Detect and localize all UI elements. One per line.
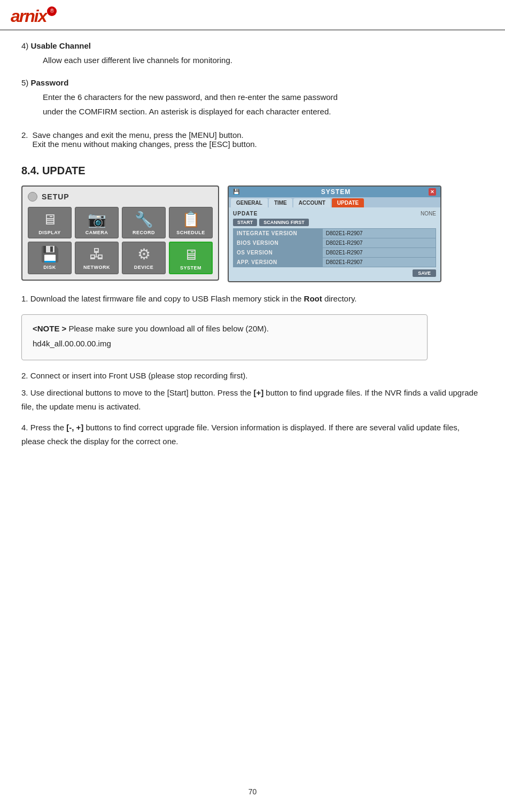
logo-text: arnix (11, 6, 46, 26)
setup-item-system[interactable]: 🖥SYSTEM (169, 242, 213, 274)
setup-item-network[interactable]: 🖧NETWORK (75, 242, 119, 274)
section-5-line2: under the COMFIRM section. An asterisk i… (43, 105, 484, 119)
section-5-num: 5) (21, 78, 28, 87)
setup-item-camera[interactable]: 📷CAMERA (75, 207, 119, 238)
setup-item-label-schedule: SCHEDULE (176, 230, 205, 235)
record-icon: 🔧 (135, 211, 153, 228)
step4-pre: 4. Press the (21, 423, 66, 432)
system-none-label: NONE (421, 211, 436, 216)
system-version-table: INTEGRATE VERSIOND802E1-R2907BIOS VERSIO… (233, 228, 436, 267)
step3-bold: [+] (253, 388, 263, 397)
setup-item-label-display: DISPLAY (38, 230, 61, 235)
system-tab-account[interactable]: ACCOUNT (293, 198, 331, 207)
setup-item-label-camera: CAMERA (86, 230, 108, 235)
setup-item-schedule[interactable]: 📋SCHEDULE (169, 207, 213, 238)
section-2-line2: Exit the menu without making changes, pr… (33, 140, 257, 149)
section-5-line1: Enter the 6 characters for the new passw… (43, 90, 484, 104)
step1-end: directory. (322, 294, 357, 303)
system-tabs: GENERALTIMEACCOUNTUPDATE (229, 197, 440, 207)
setup-item-record[interactable]: 🔧RECORD (122, 207, 166, 238)
section-5: 5) Password Enter the 6 characters for t… (21, 78, 484, 119)
version-label: OS VERSION (234, 248, 323, 257)
section-4-num: 4) (21, 41, 28, 50)
setup-menu-box: SETUP 🖥DISPLAY📷CAMERA🔧RECORD📋SCHEDULE💾DI… (21, 185, 219, 281)
section-4-text: Allow each user different live channels … (43, 53, 484, 67)
section-4-title: Usable Channel (28, 41, 91, 50)
section-5-body: Enter the 6 characters for the new passw… (21, 90, 484, 119)
version-label: BIOS VERSION (234, 238, 323, 248)
schedule-icon: 📋 (182, 211, 200, 228)
section-5-title: Password (28, 78, 68, 87)
table-row: BIOS VERSIOND802E1-R2907 (234, 238, 436, 248)
steps-text: 2. Connect or insert into Front USB (ple… (21, 369, 484, 448)
camera-icon: 📷 (88, 211, 106, 228)
setup-item-label-system: SYSTEM (180, 265, 201, 270)
system-icon: 🖥 (183, 246, 198, 264)
step3-pre: 3. Use directional buttons to move to th… (21, 388, 253, 397)
version-value: D802E1-R2907 (322, 228, 436, 238)
setup-item-disk[interactable]: 💾DISK (28, 242, 72, 274)
step3-text: 3. Use directional buttons to move to th… (21, 386, 484, 414)
setup-item-label-disk: DISK (43, 265, 56, 270)
display-icon: 🖥 (42, 211, 57, 228)
note-label: <NOTE > (33, 324, 66, 333)
system-titlebar: 💾 SYSTEM ✕ (229, 187, 440, 197)
system-scanning-btn[interactable]: SCANNING FIRST (259, 219, 309, 226)
table-row: APP. VERSIOND802E1-R2907 (234, 257, 436, 267)
page-content: 4) Usable Channel Allow each user differ… (0, 36, 505, 475)
step2-text: 2. Connect or insert into Front USB (ple… (21, 369, 484, 383)
network-icon: 🖧 (89, 245, 104, 263)
page-header: arnix® (0, 0, 505, 30)
section-2-body: Save changes and exit the menu, press th… (33, 130, 257, 149)
step4-post: buttons to find correct upgrade file. Ve… (21, 423, 460, 446)
section-4-body: Allow each user different live channels … (21, 53, 484, 67)
page-number: 70 (248, 787, 257, 796)
setup-item-device[interactable]: ⚙DEVICE (122, 242, 166, 274)
setup-title-bar: SETUP (28, 192, 213, 202)
system-close-button[interactable]: ✕ (429, 188, 436, 196)
note-line2: hd4k_all.00.00.00.img (33, 337, 416, 350)
section-84-heading: 8.4. UPDATE (21, 165, 484, 177)
system-start-btn[interactable]: START (233, 219, 257, 226)
setup-item-label-network: NETWORK (83, 265, 110, 270)
setup-grid[interactable]: 🖥DISPLAY📷CAMERA🔧RECORD📋SCHEDULE💾DISK🖧NET… (28, 207, 213, 274)
section-5-label: 5) Password (21, 78, 484, 87)
step4-bold: [-, +] (66, 423, 83, 432)
table-row: OS VERSIOND802E1-R2907 (234, 248, 436, 257)
system-save-row: SAVE (233, 267, 436, 278)
system-tab-time[interactable]: TIME (269, 198, 292, 207)
section-2: 2. Save changes and exit the menu, press… (21, 130, 484, 149)
system-buttons: START SCANNING FIRST (233, 219, 436, 226)
version-value: D802E1-R2907 (322, 248, 436, 257)
note-box: <NOTE > Please make sure you download al… (21, 314, 428, 360)
note-line1: <NOTE > Please make sure you download al… (33, 322, 416, 335)
step1-text: 1. Download the latest firmware file and… (21, 292, 484, 306)
version-value: D802E1-R2907 (322, 257, 436, 267)
setup-circle-icon (28, 192, 37, 202)
setup-title-text: SETUP (42, 192, 69, 201)
section-2-label: 2. Save changes and exit the menu, press… (21, 130, 484, 149)
section-2-line1: Save changes and exit the menu, press th… (33, 130, 257, 140)
version-value: D802E1-R2907 (322, 238, 436, 248)
screenshots-row: SETUP 🖥DISPLAY📷CAMERA🔧RECORD📋SCHEDULE💾DI… (21, 185, 484, 282)
system-panel-box: 💾 SYSTEM ✕ GENERALTIMEACCOUNTUPDATE UPDA… (228, 185, 441, 282)
system-tab-update[interactable]: UPDATE (332, 198, 364, 207)
table-row: INTEGRATE VERSIOND802E1-R2907 (234, 228, 436, 238)
version-label: INTEGRATE VERSION (234, 228, 323, 238)
logo: arnix® (11, 6, 57, 26)
system-tab-general[interactable]: GENERAL (231, 198, 268, 207)
section-4: 4) Usable Channel Allow each user differ… (21, 41, 484, 67)
system-title-text: SYSTEM (321, 188, 351, 196)
section-2-num: 2. (21, 130, 28, 149)
note-line1-text: Please make sure you download all of fil… (66, 324, 269, 333)
system-content: UPDATE NONE START SCANNING FIRST INTEGRA… (229, 207, 440, 281)
system-save-btn[interactable]: SAVE (413, 269, 436, 277)
step1-pre: 1. Download the latest firmware file and… (21, 294, 304, 303)
logo-icon: ® (47, 6, 57, 16)
device-icon: ⚙ (137, 245, 151, 263)
section-4-label: 4) Usable Channel (21, 41, 484, 50)
system-row-header: UPDATE NONE (233, 211, 436, 216)
setup-item-display[interactable]: 🖥DISPLAY (28, 207, 72, 238)
setup-item-label-record: RECORD (133, 230, 155, 235)
step4-text: 4. Press the [-, +] buttons to find corr… (21, 421, 484, 449)
